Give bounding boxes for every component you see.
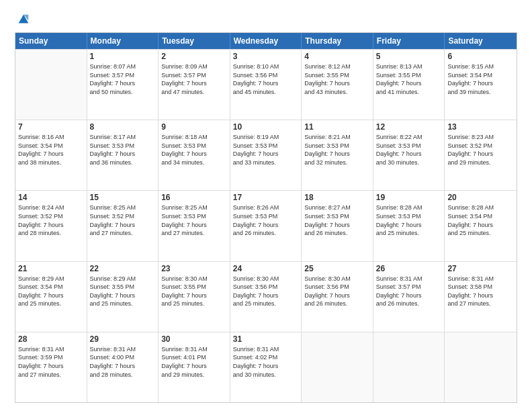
cell-info: Sunrise: 8:25 AMSunset: 3:52 PMDaylight:… xyxy=(90,203,156,237)
header-cell-saturday: Saturday xyxy=(445,33,517,49)
cal-cell: 19Sunrise: 8:28 AMSunset: 3:53 PMDayligh… xyxy=(373,191,445,261)
day-number: 11 xyxy=(304,122,370,132)
cal-cell: 31Sunrise: 8:31 AMSunset: 4:02 PMDayligh… xyxy=(230,332,302,402)
cal-cell: 29Sunrise: 8:31 AMSunset: 4:00 PMDayligh… xyxy=(87,332,159,402)
logo xyxy=(15,12,31,26)
cal-cell xyxy=(373,332,445,402)
cell-info: Sunrise: 8:31 AMSunset: 3:59 PMDaylight:… xyxy=(18,345,84,379)
header-cell-sunday: Sunday xyxy=(15,33,87,49)
page: SundayMondayTuesdayWednesdayThursdayFrid… xyxy=(0,0,532,411)
cal-cell: 15Sunrise: 8:25 AMSunset: 3:52 PMDayligh… xyxy=(87,191,159,261)
header-cell-wednesday: Wednesday xyxy=(230,33,302,49)
cell-info: Sunrise: 8:15 AMSunset: 3:54 PMDaylight:… xyxy=(447,62,514,96)
day-number: 30 xyxy=(161,334,227,344)
cal-cell: 3Sunrise: 8:10 AMSunset: 3:56 PMDaylight… xyxy=(230,50,302,120)
cal-cell: 4Sunrise: 8:12 AMSunset: 3:55 PMDaylight… xyxy=(302,50,373,120)
cal-cell: 7Sunrise: 8:16 AMSunset: 3:54 PMDaylight… xyxy=(15,120,87,190)
cal-cell: 6Sunrise: 8:15 AMSunset: 3:54 PMDaylight… xyxy=(445,50,517,120)
cal-cell: 10Sunrise: 8:19 AMSunset: 3:53 PMDayligh… xyxy=(230,120,302,190)
cal-cell: 30Sunrise: 8:31 AMSunset: 4:01 PMDayligh… xyxy=(159,332,230,402)
day-number: 21 xyxy=(18,264,84,273)
day-number: 22 xyxy=(90,264,156,273)
cal-cell: 28Sunrise: 8:31 AMSunset: 3:59 PMDayligh… xyxy=(15,332,87,402)
day-number: 17 xyxy=(233,193,299,202)
cell-info: Sunrise: 8:09 AMSunset: 3:57 PMDaylight:… xyxy=(161,62,227,96)
day-number: 9 xyxy=(161,122,227,132)
day-number: 6 xyxy=(447,52,514,61)
cal-row-4: 28Sunrise: 8:31 AMSunset: 3:59 PMDayligh… xyxy=(15,332,517,402)
cal-cell: 5Sunrise: 8:13 AMSunset: 3:55 PMDaylight… xyxy=(373,50,445,120)
cal-row-2: 14Sunrise: 8:24 AMSunset: 3:52 PMDayligh… xyxy=(15,190,517,261)
header-cell-thursday: Thursday xyxy=(302,33,373,49)
header-cell-monday: Monday xyxy=(87,33,159,49)
cal-cell: 17Sunrise: 8:26 AMSunset: 3:53 PMDayligh… xyxy=(230,191,302,261)
cal-cell: 11Sunrise: 8:21 AMSunset: 3:53 PMDayligh… xyxy=(302,120,373,190)
day-number: 16 xyxy=(161,193,227,202)
cell-info: Sunrise: 8:31 AMSunset: 4:01 PMDaylight:… xyxy=(161,345,227,379)
day-number: 19 xyxy=(376,193,442,202)
cell-info: Sunrise: 8:13 AMSunset: 3:55 PMDaylight:… xyxy=(376,62,442,96)
day-number: 26 xyxy=(376,264,442,273)
cell-info: Sunrise: 8:30 AMSunset: 3:55 PMDaylight:… xyxy=(161,275,227,308)
cal-cell: 13Sunrise: 8:23 AMSunset: 3:52 PMDayligh… xyxy=(445,120,517,190)
day-number: 12 xyxy=(376,122,442,132)
day-number: 10 xyxy=(233,122,299,132)
header-cell-friday: Friday xyxy=(373,33,445,49)
calendar: SundayMondayTuesdayWednesdayThursdayFrid… xyxy=(15,32,517,403)
cell-info: Sunrise: 8:31 AMSunset: 4:02 PMDaylight:… xyxy=(233,345,299,379)
cell-info: Sunrise: 8:28 AMSunset: 3:54 PMDaylight:… xyxy=(447,203,514,237)
header xyxy=(15,12,517,26)
cal-cell: 1Sunrise: 8:07 AMSunset: 3:57 PMDaylight… xyxy=(87,50,159,120)
cal-row-0: 1Sunrise: 8:07 AMSunset: 3:57 PMDaylight… xyxy=(15,49,517,120)
cal-cell: 27Sunrise: 8:31 AMSunset: 3:58 PMDayligh… xyxy=(445,262,517,332)
cell-info: Sunrise: 8:07 AMSunset: 3:57 PMDaylight:… xyxy=(90,62,156,96)
day-number: 28 xyxy=(18,334,84,344)
cal-cell: 9Sunrise: 8:18 AMSunset: 3:53 PMDaylight… xyxy=(159,120,230,190)
logo-icon xyxy=(16,12,31,27)
cell-info: Sunrise: 8:16 AMSunset: 3:54 PMDaylight:… xyxy=(18,133,84,167)
cal-cell: 21Sunrise: 8:29 AMSunset: 3:54 PMDayligh… xyxy=(15,262,87,332)
day-number: 23 xyxy=(161,264,227,273)
day-number: 29 xyxy=(90,334,156,344)
cell-info: Sunrise: 8:31 AMSunset: 3:57 PMDaylight:… xyxy=(376,275,442,308)
cal-cell: 14Sunrise: 8:24 AMSunset: 3:52 PMDayligh… xyxy=(15,191,87,261)
cal-cell: 26Sunrise: 8:31 AMSunset: 3:57 PMDayligh… xyxy=(373,262,445,332)
day-number: 7 xyxy=(18,122,84,132)
cell-info: Sunrise: 8:27 AMSunset: 3:53 PMDaylight:… xyxy=(304,203,370,237)
day-number: 25 xyxy=(304,264,370,273)
cell-info: Sunrise: 8:18 AMSunset: 3:53 PMDaylight:… xyxy=(161,133,227,167)
day-number: 27 xyxy=(447,264,514,273)
cal-cell: 8Sunrise: 8:17 AMSunset: 3:53 PMDaylight… xyxy=(87,120,159,190)
cell-info: Sunrise: 8:24 AMSunset: 3:52 PMDaylight:… xyxy=(18,203,84,237)
cell-info: Sunrise: 8:30 AMSunset: 3:56 PMDaylight:… xyxy=(233,275,299,308)
calendar-header: SundayMondayTuesdayWednesdayThursdayFrid… xyxy=(15,33,517,49)
day-number: 2 xyxy=(161,52,227,61)
header-cell-tuesday: Tuesday xyxy=(159,33,230,49)
day-number: 8 xyxy=(90,122,156,132)
cell-info: Sunrise: 8:31 AMSunset: 4:00 PMDaylight:… xyxy=(90,345,156,379)
day-number: 24 xyxy=(233,264,299,273)
day-number: 1 xyxy=(90,52,156,61)
cell-info: Sunrise: 8:30 AMSunset: 3:56 PMDaylight:… xyxy=(304,275,370,308)
cal-cell: 24Sunrise: 8:30 AMSunset: 3:56 PMDayligh… xyxy=(230,262,302,332)
cal-cell: 22Sunrise: 8:29 AMSunset: 3:55 PMDayligh… xyxy=(87,262,159,332)
cal-cell: 23Sunrise: 8:30 AMSunset: 3:55 PMDayligh… xyxy=(159,262,230,332)
cal-cell: 20Sunrise: 8:28 AMSunset: 3:54 PMDayligh… xyxy=(445,191,517,261)
cell-info: Sunrise: 8:23 AMSunset: 3:52 PMDaylight:… xyxy=(447,133,514,167)
cal-cell xyxy=(445,332,517,402)
cal-cell: 12Sunrise: 8:22 AMSunset: 3:53 PMDayligh… xyxy=(373,120,445,190)
cell-info: Sunrise: 8:22 AMSunset: 3:53 PMDaylight:… xyxy=(376,133,442,167)
cell-info: Sunrise: 8:12 AMSunset: 3:55 PMDaylight:… xyxy=(304,62,370,96)
day-number: 5 xyxy=(376,52,442,61)
cell-info: Sunrise: 8:19 AMSunset: 3:53 PMDaylight:… xyxy=(233,133,299,167)
cell-info: Sunrise: 8:29 AMSunset: 3:55 PMDaylight:… xyxy=(90,275,156,308)
cell-info: Sunrise: 8:25 AMSunset: 3:53 PMDaylight:… xyxy=(161,203,227,237)
cell-info: Sunrise: 8:28 AMSunset: 3:53 PMDaylight:… xyxy=(376,203,442,237)
cal-cell xyxy=(15,50,87,120)
day-number: 20 xyxy=(447,193,514,202)
cell-info: Sunrise: 8:10 AMSunset: 3:56 PMDaylight:… xyxy=(233,62,299,96)
day-number: 4 xyxy=(304,52,370,61)
cell-info: Sunrise: 8:29 AMSunset: 3:54 PMDaylight:… xyxy=(18,275,84,308)
cal-row-1: 7Sunrise: 8:16 AMSunset: 3:54 PMDaylight… xyxy=(15,120,517,190)
day-number: 13 xyxy=(447,122,514,132)
